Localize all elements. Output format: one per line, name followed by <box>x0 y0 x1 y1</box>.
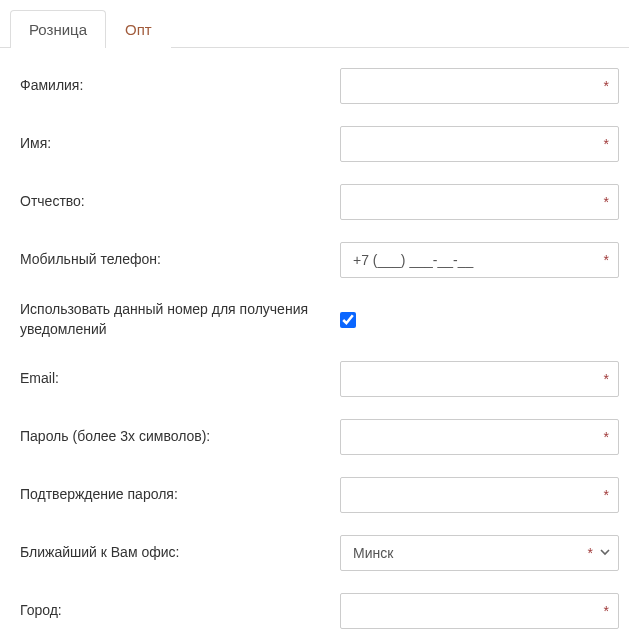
label-email: Email: <box>20 369 340 389</box>
input-firstname[interactable] <box>340 126 619 162</box>
label-office: Ближайший к Вам офис: <box>20 543 340 563</box>
tab-retail[interactable]: Розница <box>10 10 106 48</box>
row-middlename: Отчество: * <box>20 184 619 220</box>
row-notify: Использовать данный номер для получения … <box>20 300 619 339</box>
label-firstname: Имя: <box>20 134 340 154</box>
label-lastname: Фамилия: <box>20 76 340 96</box>
input-phone[interactable] <box>340 242 619 278</box>
label-phone: Мобильный телефон: <box>20 250 340 270</box>
input-lastname[interactable] <box>340 68 619 104</box>
input-middlename[interactable] <box>340 184 619 220</box>
field-firstname: * <box>340 126 619 162</box>
row-firstname: Имя: * <box>20 126 619 162</box>
input-password[interactable] <box>340 419 619 455</box>
field-password-confirm: * <box>340 477 619 513</box>
field-lastname: * <box>340 68 619 104</box>
row-password: Пароль (более 3х символов): * <box>20 419 619 455</box>
row-phone: Мобильный телефон: * <box>20 242 619 278</box>
row-password-confirm: Подтверждение пароля: * <box>20 477 619 513</box>
field-middlename: * <box>340 184 619 220</box>
field-notify <box>340 312 619 328</box>
field-city: * <box>340 593 619 629</box>
row-city: Город: * <box>20 593 619 629</box>
checkbox-notify[interactable] <box>340 312 356 328</box>
tabs: Розница Опт <box>0 10 629 48</box>
field-password: * <box>340 419 619 455</box>
label-password: Пароль (более 3х символов): <box>20 427 340 447</box>
label-password-confirm: Подтверждение пароля: <box>20 485 340 505</box>
row-office: Ближайший к Вам офис: Минск * <box>20 535 619 571</box>
registration-form: Фамилия: * Имя: * Отчество: * Мобильный … <box>0 48 629 640</box>
label-middlename: Отчество: <box>20 192 340 212</box>
field-email: * <box>340 361 619 397</box>
input-city[interactable] <box>340 593 619 629</box>
input-email[interactable] <box>340 361 619 397</box>
field-office: Минск * <box>340 535 619 571</box>
tab-wholesale[interactable]: Опт <box>106 10 171 48</box>
label-notify: Использовать данный номер для получения … <box>20 300 340 339</box>
row-email: Email: * <box>20 361 619 397</box>
select-office[interactable]: Минск <box>340 535 619 571</box>
field-phone: * <box>340 242 619 278</box>
input-password-confirm[interactable] <box>340 477 619 513</box>
label-city: Город: <box>20 601 340 621</box>
row-lastname: Фамилия: * <box>20 68 619 104</box>
